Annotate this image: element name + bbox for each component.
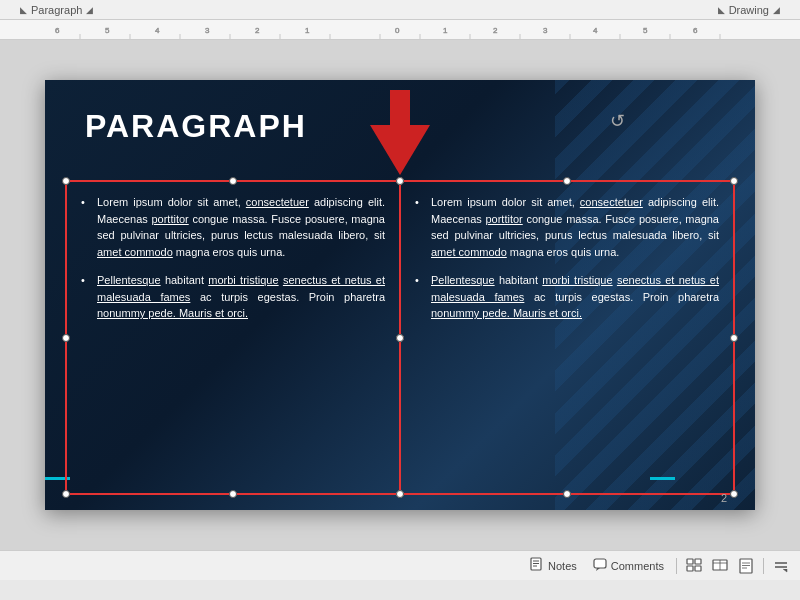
handle-top-center-r[interactable] <box>563 177 571 185</box>
handle-mid-left[interactable] <box>62 334 70 342</box>
svg-rect-0 <box>0 20 800 39</box>
handle-bot-right-r[interactable] <box>730 490 738 498</box>
svg-text:3: 3 <box>205 26 210 35</box>
left-text-content: Lorem ipsum dolor sit amet, consectetuer… <box>67 182 399 493</box>
ruler: 6 5 4 3 2 1 0 1 2 3 4 5 6 <box>0 20 800 40</box>
drawing-section: ◣ Drawing ◢ <box>718 4 780 16</box>
comments-button[interactable]: Comments <box>589 556 668 576</box>
notes-label: Notes <box>548 560 577 572</box>
drawing-collapse-right-icon[interactable]: ◢ <box>773 5 780 15</box>
status-bar: Notes Comments <box>0 550 800 580</box>
handle-bot-center-r[interactable] <box>563 490 571 498</box>
drawing-collapse-left-icon[interactable]: ◣ <box>718 5 725 15</box>
slide-title: PARAGRAPH <box>85 108 307 145</box>
handle-top-left[interactable] <box>62 177 70 185</box>
drawing-label: Drawing <box>729 4 769 16</box>
svg-rect-37 <box>687 566 693 571</box>
handle-bot-left[interactable] <box>62 490 70 498</box>
left-text-box[interactable]: Lorem ipsum dolor sit amet, consectetuer… <box>65 180 400 495</box>
svg-text:1: 1 <box>443 26 448 35</box>
svg-text:4: 4 <box>155 26 160 35</box>
notes-button[interactable]: Notes <box>526 555 581 576</box>
ruler-svg: 6 5 4 3 2 1 0 1 2 3 4 5 6 <box>0 20 800 39</box>
status-divider-1 <box>676 558 677 574</box>
svg-text:6: 6 <box>55 26 60 35</box>
svg-text:0: 0 <box>395 26 400 35</box>
right-text-box[interactable]: Lorem ipsum dolor sit amet, consectetuer… <box>400 180 735 495</box>
handle-top-right-r[interactable] <box>730 177 738 185</box>
status-divider-2 <box>763 558 764 574</box>
right-bullet-list: Lorem ipsum dolor sit amet, consectetuer… <box>415 194 719 322</box>
paragraph-collapse-right-icon[interactable]: ◢ <box>86 5 93 15</box>
slide-sorter-button[interactable] <box>711 557 729 575</box>
text-boxes-container: Lorem ipsum dolor sit amet, consectetuer… <box>65 180 735 495</box>
handle-bot-left-r[interactable] <box>396 490 404 498</box>
comments-label: Comments <box>611 560 664 572</box>
paragraph-collapse-left-icon[interactable]: ◣ <box>20 5 27 15</box>
svg-text:6: 6 <box>693 26 698 35</box>
minimize-ribbon-button[interactable] <box>772 557 790 575</box>
handle-mid-right-r[interactable] <box>730 334 738 342</box>
right-text-content: Lorem ipsum dolor sit amet, consectetuer… <box>401 182 733 493</box>
handle-bot-center[interactable] <box>229 490 237 498</box>
svg-rect-35 <box>687 559 693 564</box>
svg-marker-28 <box>370 90 430 175</box>
main-content-area: PARAGRAPH ↺ Lorem ipsum <box>0 40 800 550</box>
svg-text:5: 5 <box>643 26 648 35</box>
cyan-accent-bar-right <box>650 477 675 480</box>
svg-text:4: 4 <box>593 26 598 35</box>
right-bullet-1: Lorem ipsum dolor sit amet, consectetuer… <box>415 194 719 260</box>
handle-top-center[interactable] <box>229 177 237 185</box>
svg-rect-38 <box>695 566 701 571</box>
rotate-handle[interactable]: ↺ <box>610 110 625 132</box>
svg-text:1: 1 <box>305 26 310 35</box>
svg-text:5: 5 <box>105 26 110 35</box>
paragraph-section: ◣ Paragraph ◢ <box>20 4 93 16</box>
svg-text:3: 3 <box>543 26 548 35</box>
normal-view-button[interactable] <box>685 557 703 575</box>
paragraph-label: Paragraph <box>31 4 82 16</box>
svg-rect-36 <box>695 559 701 564</box>
svg-text:2: 2 <box>255 26 260 35</box>
left-bullet-1: Lorem ipsum dolor sit amet, consectetuer… <box>81 194 385 260</box>
svg-text:2: 2 <box>493 26 498 35</box>
red-arrow-indicator <box>370 90 430 179</box>
left-bullet-2: Pellentesque habitant morbi tristique se… <box>81 272 385 322</box>
reading-view-button[interactable] <box>737 557 755 575</box>
svg-rect-33 <box>594 559 606 568</box>
comments-icon <box>593 558 607 574</box>
right-bullet-2: Pellentesque habitant morbi tristique se… <box>415 272 719 322</box>
page-number: 2 <box>721 492 727 504</box>
svg-rect-42 <box>740 559 752 573</box>
top-toolbar: ◣ Paragraph ◢ ◣ Drawing ◢ <box>0 0 800 20</box>
left-bullet-list: Lorem ipsum dolor sit amet, consectetuer… <box>81 194 385 322</box>
notes-icon <box>530 557 544 574</box>
handle-mid-left-r[interactable] <box>396 334 404 342</box>
